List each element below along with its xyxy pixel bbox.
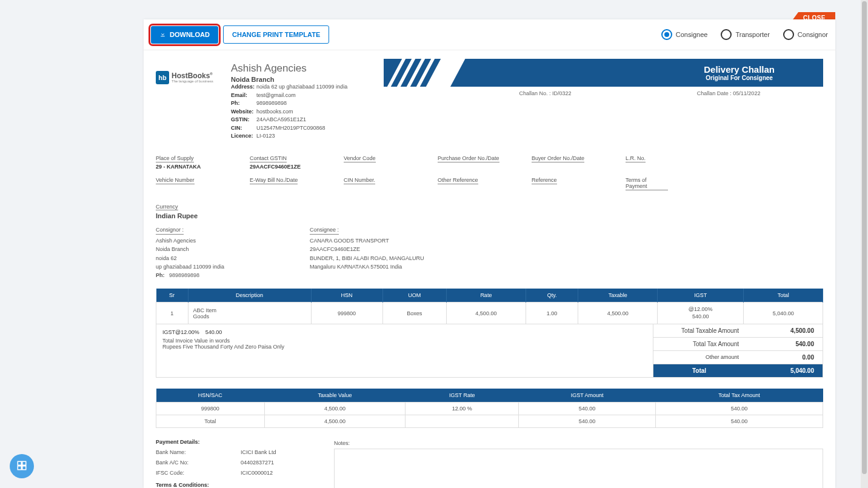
lbl-buyer-order: Buyer Order No./Date <box>532 155 584 162</box>
consignor-addr1: noida 62 <box>156 254 295 262</box>
change-template-button[interactable]: CHANGE PRINT TEMPLATE <box>223 25 329 44</box>
consignee-addr2: Mangaluru KARNATAKA 575001 India <box>310 262 449 271</box>
radio-consignor-label: Consignor <box>798 31 828 38</box>
apps-fab[interactable] <box>10 454 34 478</box>
download-icon <box>159 31 166 39</box>
lbl-other-ref: Other Reference <box>438 177 478 184</box>
challan-banner: Delivery Challan Original For Consignee <box>384 59 823 87</box>
consignee-addr1: BUNDER, 1, BIBI ALABI ROAD, MANGALURU <box>310 254 449 262</box>
company-phone: 9898989898 <box>256 99 287 108</box>
company-website: hostbooks.com <box>256 108 293 116</box>
grand-total-value: 5,040.00 <box>745 364 823 377</box>
lbl-reference: Reference <box>532 177 557 184</box>
val-place-of-supply: 29 - KARNATAKA <box>156 164 250 170</box>
company-email: test@gmail.com <box>256 92 296 100</box>
logo-text: HostBooks® <box>172 72 213 79</box>
lbl-cin-no: CIN Number. <box>344 177 375 184</box>
lbl-po: Purchase Order No./Date <box>438 155 499 162</box>
val-contact-gstin: 29AACFC9460E1ZE <box>250 164 344 170</box>
vertical-scrollbar[interactable] <box>861 0 868 488</box>
radio-transporter[interactable]: Transporter <box>721 29 769 40</box>
table-row: Total4,500.00540.00540.00 <box>156 415 823 428</box>
consignee-gstin: 29AACFC9460E1ZE <box>310 245 449 253</box>
total-tax-value: 540.00 <box>745 338 823 350</box>
consignee-name: CANARA GOODS TRANSPORT <box>310 236 449 245</box>
consignor-addr2: up ghaziabaad 110099 india <box>156 262 295 271</box>
download-button[interactable]: DOWNLOAD <box>151 26 218 44</box>
consignor-branch: Noida Branch <box>156 245 295 253</box>
lbl-terms-payment: Terms of Payment <box>626 177 668 190</box>
logo-tagline: The language of business <box>172 79 213 83</box>
challan-date: Challan Date : 05/11/2022 <box>697 90 761 96</box>
logo-mark: hb <box>156 71 169 84</box>
lbl-eway: E-Way Bill No./Date <box>250 177 298 184</box>
lbl-place-of-supply: Place of Supply <box>156 155 194 162</box>
lbl-vendor-code: Vendor Code <box>344 155 376 162</box>
logo: hb HostBooks® The language of business <box>156 71 224 84</box>
tax-table: HSN/SAC Taxable Value IGST Rate IGST Amo… <box>156 389 823 428</box>
radio-consignee[interactable]: Consignee <box>661 29 708 40</box>
items-table: Sr Description HSN UOM Rate Qty. Taxable… <box>156 289 823 324</box>
currency-label: Currency <box>156 204 178 210</box>
notes-box <box>334 449 823 488</box>
company-branch: Noida Branch <box>231 76 376 83</box>
words-value: Rupees Five Thousand Forty And Zero Pais… <box>162 344 647 350</box>
challan-no: Challan No. : ID/0322 <box>519 90 572 96</box>
total-taxable-value: 4,500.00 <box>745 324 823 337</box>
table-row: 1 ABC ItemGoods 999800 Boxes 4,500.00 1.… <box>156 302 823 324</box>
grand-total-label: Total <box>653 364 745 377</box>
company-name: Ashish Agencies <box>231 62 376 75</box>
lbl-lr-no: L.R. No. <box>626 155 646 162</box>
company-gstin: 24AABCA5951E1Z1 <box>256 116 306 124</box>
words-label: Total Invoice Value in words <box>162 338 647 344</box>
company-cin: U12547MH2019PTC090868 <box>256 124 326 133</box>
lbl-contact-gstin: Contact GSTIN <box>250 155 287 162</box>
consignor-phone: 9898989898 <box>169 272 199 278</box>
notes-label: Notes: <box>334 440 350 446</box>
igst-line: IGST@12.00% <box>162 329 199 335</box>
table-row: 9998004,500.0012.00 %540.00540.00 <box>156 403 823 415</box>
payment-title: Payment Details: <box>156 439 200 445</box>
tnc-title: Terms & Conditions: <box>156 482 209 488</box>
radio-transporter-label: Transporter <box>735 31 769 38</box>
bank-name: ICICI Bank Ltd <box>241 449 276 455</box>
company-address: noida 62 up ghaziabaad 110099 india <box>256 83 347 92</box>
lbl-vehicle-no: Vehicle Number <box>156 177 195 184</box>
total-taxable-label: Total Taxable Amount <box>653 324 745 337</box>
toolbar: DOWNLOAD CHANGE PRINT TEMPLATE Consignee… <box>144 19 835 50</box>
banner-title: Delivery Challan <box>704 64 775 75</box>
radio-consignee-label: Consignee <box>676 31 708 38</box>
consignor-name: Ashish Agencies <box>156 236 295 245</box>
document-card: DOWNLOAD CHANGE PRINT TEMPLATE Consignee… <box>144 19 835 488</box>
currency-value: Indian Rupee <box>156 212 823 219</box>
download-label: DOWNLOAD <box>170 31 210 38</box>
other-amount-label: Other amount <box>653 351 745 364</box>
banner-subtitle: Original For Consignee <box>704 75 775 81</box>
ifsc: ICIC0000012 <box>241 470 273 476</box>
other-amount-value: 0.00 <box>745 351 823 364</box>
total-tax-label: Total Tax Amount <box>653 338 745 350</box>
grid-icon <box>16 460 27 472</box>
consignor-title: Consignor : <box>156 226 184 235</box>
bank-ac: 04402837271 <box>241 460 274 466</box>
radio-consignor[interactable]: Consignor <box>783 29 828 40</box>
consignee-title: Consignee : <box>310 226 339 235</box>
company-licence: LI-0123 <box>256 132 275 141</box>
